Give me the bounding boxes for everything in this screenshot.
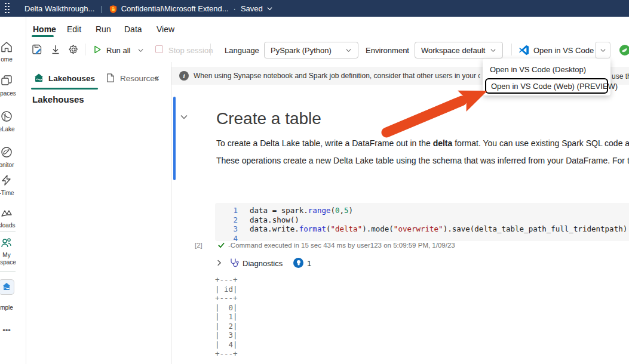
tab-lakehouses-label: Lakehouses: [48, 74, 95, 83]
topbar-divider: |: [100, 4, 102, 13]
open-in-vscode-label: Open in VS Code: [533, 46, 594, 55]
save-icon[interactable]: [31, 44, 43, 55]
code-lines: 1data = spark.range(0,5)2data.show()3dat…: [215, 206, 629, 241]
sensitivity-shield-icon: [109, 5, 118, 14]
import-icon[interactable]: [50, 44, 62, 55]
section-heading: Create a table: [216, 109, 321, 128]
success-check-icon: [217, 241, 225, 249]
p1-bold-text: delta: [433, 138, 453, 148]
menu-edit[interactable]: Edit: [67, 24, 81, 34]
menu-item-vscode-desktop[interactable]: Open in VS Code (Desktop): [490, 65, 586, 74]
topbar-dot: ·: [234, 4, 236, 13]
code-line[interactable]: 4: [215, 234, 629, 242]
language-select[interactable]: PySpark (Python): [264, 42, 358, 58]
run-all-button[interactable]: Run all: [106, 46, 130, 55]
environment-chevron-icon: [490, 47, 496, 54]
menu-item-vscode-web[interactable]: Open in VS Code (Web) (PREVIEW): [491, 82, 618, 91]
saved-status[interactable]: Saved: [241, 4, 263, 13]
language-chevron-icon: [345, 47, 352, 54]
nav-monitor-icon[interactable]: [0, 146, 25, 161]
nav-home-icon[interactable]: [0, 41, 25, 56]
code-line[interactable]: 3data.write.format("delta").mode("overwr…: [215, 224, 629, 234]
markdown-paragraph-2: These operations create a new Delta Lake…: [216, 156, 629, 165]
markdown-paragraph-1: To create a Delta Lake table, write a Da…: [216, 138, 629, 148]
top-bar: Delta Walkthrough... | Confidential\Micr…: [0, 0, 629, 17]
execution-status: -Command executed in 15 sec 434 ms by us…: [228, 242, 455, 249]
menu-home[interactable]: Home: [33, 24, 56, 34]
environment-select[interactable]: Workspace default: [415, 42, 503, 58]
panel-border: [171, 62, 171, 364]
line-number: 3: [215, 224, 238, 234]
code-line[interactable]: 2data.show(): [215, 215, 629, 225]
lakehouse-icon: [33, 73, 44, 84]
stethoscope-icon: [229, 258, 239, 267]
line-number: 4: [215, 234, 238, 242]
nav-more-icon[interactable]: •••: [0, 326, 25, 335]
stop-session-button: Stop session: [168, 46, 213, 55]
vscode-split-chevron-icon: [600, 47, 606, 54]
nav-sample-label[interactable]: mple: [0, 304, 25, 311]
vscode-dropdown-menu: Open in VS Code (Desktop) Open in VS Cod…: [483, 58, 610, 95]
banner-text: When using Synapse notebook and Spark jo…: [194, 72, 480, 80]
rail-separator: [0, 271, 16, 272]
nav-onelake-icon[interactable]: [0, 110, 25, 125]
toolbar-separator: [511, 44, 512, 55]
document-icon: [105, 73, 116, 84]
nav-realtime-label[interactable]: -Time: [0, 190, 25, 196]
lightbulb-badge-icon[interactable]: [293, 258, 303, 268]
stop-session-icon: [155, 45, 163, 53]
nav-monitor-label[interactable]: onitor: [0, 162, 25, 168]
open-in-vscode-button[interactable]: Open in VS Code: [518, 42, 594, 58]
line-number: 2: [215, 215, 238, 225]
environment-label: Environment: [366, 46, 409, 55]
run-all-chevron-icon[interactable]: [137, 47, 149, 59]
info-icon: i: [179, 71, 189, 81]
nav-home-label[interactable]: ome: [0, 56, 25, 63]
nav-my-workspace-label-1[interactable]: My: [0, 252, 25, 258]
nav-workspaces-label[interactable]: spaces: [0, 90, 25, 97]
run-all-play-icon[interactable]: [93, 45, 105, 57]
notebook-title[interactable]: Delta Walkthrough...: [24, 4, 94, 13]
diagnostics-expand-chevron-icon[interactable]: [215, 259, 223, 267]
menu-run[interactable]: Run: [96, 24, 111, 34]
sensitivity-label[interactable]: Confidential\Microsoft Extend...: [121, 4, 229, 13]
nav-my-workspace-label-2[interactable]: kspace: [0, 259, 25, 266]
banner-text-fragment: use the: [612, 72, 629, 81]
vscode-logo-icon: [518, 45, 529, 55]
nav-onelake-label[interactable]: eLake: [0, 126, 25, 132]
language-label: Language: [225, 46, 259, 55]
diagnostics-label[interactable]: Diagnostics: [243, 259, 283, 268]
nav-workloads-label[interactable]: kloads: [0, 222, 25, 229]
nav-my-workspace-icon[interactable]: [0, 236, 25, 252]
p1-text: To create a Delta Lake table, write a Da…: [216, 138, 433, 148]
highlight-box: Open in VS Code (Web) (PREVIEW): [485, 78, 608, 94]
menu-data[interactable]: Data: [124, 24, 142, 34]
open-in-vscode-dropdown-toggle[interactable]: [595, 42, 610, 58]
panel-heading: Lakehouses: [32, 94, 84, 104]
cell-output: +---+ | id| +---+ | 0| | 1| | 2| | 3| | …: [215, 275, 238, 359]
code-line[interactable]: 1data = spark.range(0,5): [215, 206, 629, 215]
code-cell[interactable]: 1data = spark.range(0,5)2data.show()3dat…: [215, 203, 629, 241]
toolbar-separator: [85, 44, 85, 55]
collapse-section-chevron-icon[interactable]: [179, 112, 189, 122]
left-nav-rail: ome spaces eLake onitor -Time kloads My …: [0, 17, 26, 364]
nav-sample-lakehouse-icon[interactable]: [0, 279, 25, 295]
diagnostics-count: 1: [307, 259, 311, 268]
rail-separator: [0, 232, 16, 232]
session-status-icon[interactable]: [619, 44, 629, 56]
app-launcher-icon[interactable]: [5, 3, 10, 14]
nav-workloads-icon[interactable]: [0, 206, 25, 222]
language-value: PySpark (Python): [271, 46, 332, 55]
collapse-panel-icon[interactable]: «: [154, 72, 159, 82]
settings-gear-icon[interactable]: [67, 44, 79, 55]
tab-resources[interactable]: Resources: [105, 73, 159, 84]
nav-realtime-icon[interactable]: [0, 174, 25, 189]
menu-view[interactable]: View: [157, 24, 174, 34]
saved-chevron-icon[interactable]: [266, 5, 273, 12]
environment-value: Workspace default: [421, 46, 485, 55]
tab-lakehouses[interactable]: Lakehouses: [33, 73, 95, 84]
execution-count: [2]: [195, 242, 202, 249]
notebook-app: Delta Walkthrough... | Confidential\Micr…: [0, 0, 629, 364]
nav-workspaces-icon[interactable]: [0, 74, 25, 90]
tab-resources-label: Resources: [120, 74, 159, 83]
